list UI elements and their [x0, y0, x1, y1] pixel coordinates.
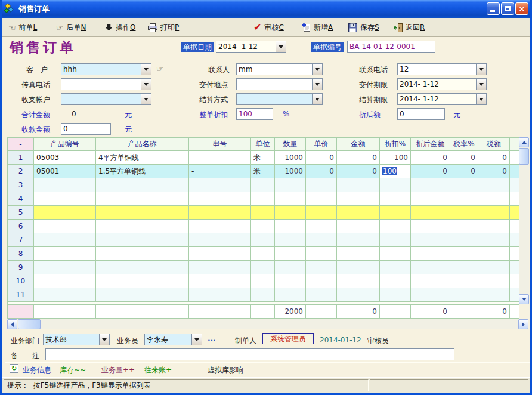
next-doc-button[interactable]: ☞ 后单N [56, 21, 86, 33]
total-amount-label: 合计金额 [21, 110, 50, 120]
contact-phone-select[interactable]: 12 [397, 63, 487, 75]
table-row[interactable]: 7 [8, 233, 519, 247]
chevron-down-icon[interactable] [312, 64, 322, 75]
contact-phone-label: 联系电话 [359, 65, 388, 75]
order-discount-unit: % [283, 110, 289, 118]
virtual-stock-label: 虚拟库影响 [208, 365, 243, 375]
salesman-select[interactable]: 李永寿 [144, 334, 202, 345]
order-discount-input[interactable] [236, 108, 273, 120]
settle-method-select[interactable] [236, 93, 323, 105]
scroll-left-button[interactable] [7, 319, 17, 329]
table-row[interactable]: 8 [8, 247, 519, 261]
maximize-button[interactable] [501, 2, 514, 15]
window-title: 销售订单 [18, 4, 50, 14]
chevron-down-icon[interactable] [99, 334, 109, 345]
left-arrow-icon [11, 322, 14, 327]
discount-edit-cell[interactable]: 100 [380, 165, 411, 178]
chevron-down-icon[interactable] [476, 64, 486, 75]
chevron-down-icon[interactable] [141, 94, 151, 104]
received-amount-input[interactable] [61, 123, 111, 135]
account-label: 收支帐户 [21, 95, 50, 105]
chevron-down-icon[interactable] [312, 79, 322, 90]
after-discount-label: 折后额 [359, 110, 381, 120]
hand-left-icon: ☜ [8, 23, 16, 32]
scroll-right-button[interactable] [518, 319, 528, 329]
chevron-down-icon[interactable] [141, 64, 151, 75]
printer-icon [148, 23, 157, 32]
total-amount-value: 0 [72, 110, 76, 118]
settle-term-label: 结算期限 [359, 95, 388, 105]
chevron-down-icon[interactable] [191, 334, 202, 345]
chevron-down-icon[interactable] [141, 79, 151, 90]
order-items-table: - 产品编号 产品名称 串号 单位 数量 单价 金额 折扣% 折后金额 税率% … [7, 137, 519, 319]
minimize-button[interactable] [487, 2, 500, 15]
scroll-down-button[interactable] [519, 294, 529, 304]
close-button[interactable]: × [515, 2, 528, 15]
maker-label: 制单人 [235, 336, 256, 346]
delivery-place-select[interactable] [236, 78, 323, 90]
customer-lookup-icon[interactable]: ☞ [156, 64, 164, 73]
account-select[interactable] [61, 93, 151, 105]
make-date: 2014-01-12 [320, 336, 361, 344]
vertical-scroll-thumb[interactable] [519, 148, 529, 165]
delivery-place-label: 交付地点 [199, 80, 228, 90]
customer-select[interactable]: hhh [61, 63, 151, 75]
horizontal-scroll-thumb[interactable] [18, 319, 41, 329]
after-discount-input[interactable] [397, 108, 445, 120]
scroll-up-button[interactable] [519, 137, 529, 147]
doc-date-label: 单据日期 [181, 42, 214, 52]
volume-indicator: 业务量++ [101, 365, 135, 375]
back-button[interactable]: 返回R [394, 21, 425, 33]
settle-term-select[interactable]: 2014- 1-12 [397, 93, 487, 105]
received-amount-label: 收款金额 [21, 125, 50, 135]
table-header-row: - 产品编号 产品名称 串号 单位 数量 单价 金额 折扣% 折后金额 税率% … [8, 138, 519, 151]
doc-date-select[interactable]: 2014- 1-12 [216, 41, 286, 53]
table-row[interactable]: 4 [8, 192, 519, 206]
total-after-discount: 0 [411, 305, 450, 319]
chevron-down-icon[interactable] [476, 94, 486, 104]
new-doc-icon [302, 23, 311, 32]
new-button[interactable]: 新增A [302, 21, 333, 33]
refresh-icon[interactable]: ↻ [10, 364, 18, 373]
maker-value: 系统管理员 [262, 333, 314, 344]
doc-no-label: 单据编号 [311, 42, 344, 52]
action-menu-button[interactable]: 操作O [105, 21, 135, 33]
table-row[interactable]: 1 05003 4平方单铜线 - 米 1000 0 0 100 0 0 0 [8, 151, 519, 165]
table-row[interactable]: 3 [8, 178, 519, 192]
status-panel-2 [370, 379, 528, 391]
contact-select[interactable]: mm [236, 63, 323, 75]
table-row[interactable]: 9 [8, 261, 519, 274]
save-button[interactable]: 保存S [348, 21, 379, 33]
table-row-selected[interactable]: 2 05001 1.5平方单铜线 - 米 1000 0 0 100 0 0 0 [8, 165, 519, 178]
remark-input[interactable] [45, 348, 454, 360]
biz-info-link[interactable]: 业务信息 [23, 365, 51, 375]
toolbar: ☜ 前单L ☞ 后单N 操作O 打印P ✔ 审核C [0, 18, 532, 37]
vertical-scrollbar[interactable] [519, 137, 529, 304]
table-row-highlighted[interactable]: 5 [8, 206, 519, 220]
accounts-indicator: 往来账+ [144, 365, 172, 375]
fax-select[interactable] [61, 78, 151, 90]
status-bar: 提示： 按F5键选择产品，F3键显示单据列表 [0, 377, 532, 393]
right-arrow-icon [522, 322, 525, 327]
delivery-term-label: 交付期限 [359, 80, 388, 90]
stock-indicator: 库存~~ [60, 365, 86, 375]
delivery-term-select[interactable]: 2014- 1-12 [397, 78, 487, 90]
chevron-down-icon[interactable] [276, 41, 286, 52]
horizontal-scrollbar[interactable] [7, 319, 528, 329]
chevron-down-icon[interactable] [476, 79, 486, 90]
total-amount-unit: 元 [125, 110, 132, 120]
down-arrow-icon [105, 23, 113, 32]
minimize-icon [490, 10, 495, 12]
divider [5, 362, 532, 363]
prev-doc-button[interactable]: ☜ 前单L [8, 21, 37, 33]
print-button[interactable]: 打印P [148, 21, 179, 33]
department-select[interactable]: 技术部 [43, 334, 110, 345]
audit-button[interactable]: ✔ 审核C [253, 21, 284, 33]
table-row[interactable]: 11 [8, 288, 519, 302]
up-arrow-icon [522, 141, 527, 144]
table-row[interactable]: 6 [8, 220, 519, 233]
table-row[interactable]: 10 [8, 274, 519, 288]
doc-no-input[interactable] [347, 41, 435, 53]
more-button[interactable]: ... [208, 334, 216, 342]
chevron-down-icon[interactable] [312, 94, 322, 104]
